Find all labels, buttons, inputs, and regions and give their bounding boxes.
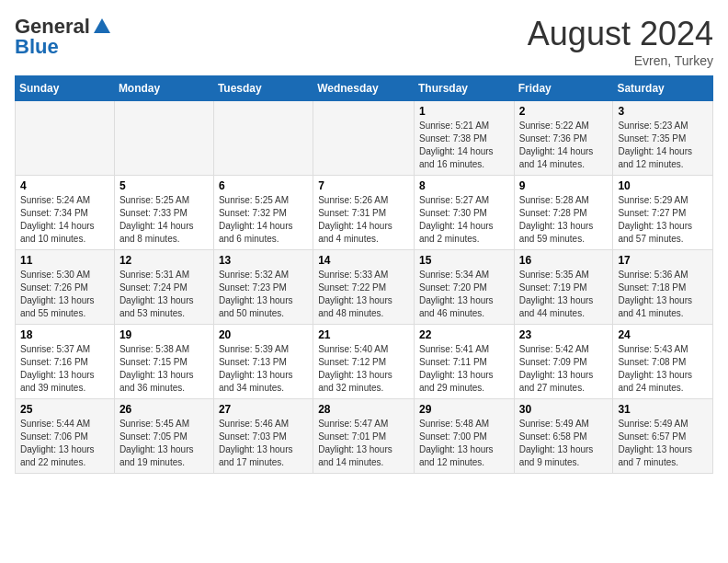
calendar-cell: 20Sunrise: 5:39 AMSunset: 7:13 PMDayligh… [213,325,313,399]
header-thursday: Thursday [414,76,514,101]
day-number: 28 [318,403,409,416]
calendar-cell: 23Sunrise: 5:42 AMSunset: 7:09 PMDayligh… [514,325,613,399]
calendar-cell: 26Sunrise: 5:45 AMSunset: 7:05 PMDayligh… [114,399,213,474]
calendar-cell: 2Sunrise: 5:22 AMSunset: 7:36 PMDaylight… [514,101,613,176]
day-info: Sunrise: 5:41 AMSunset: 7:11 PMDaylight:… [419,343,509,395]
calendar-week-5: 25Sunrise: 5:44 AMSunset: 7:06 PMDayligh… [16,399,713,474]
calendar-cell [114,101,213,176]
day-info: Sunrise: 5:39 AMSunset: 7:13 PMDaylight:… [219,343,308,395]
day-number: 17 [618,254,708,267]
calendar-cell: 5Sunrise: 5:25 AMSunset: 7:33 PMDaylight… [114,176,213,250]
header-sunday: Sunday [16,76,115,101]
day-info: Sunrise: 5:49 AMSunset: 6:57 PMDaylight:… [618,418,708,469]
calendar-cell [16,101,115,176]
calendar-cell: 21Sunrise: 5:40 AMSunset: 7:12 PMDayligh… [313,325,415,399]
day-info: Sunrise: 5:46 AMSunset: 7:03 PMDaylight:… [219,418,308,469]
title-block: August 2024 Evren, Turkey [528,15,713,68]
calendar-cell: 27Sunrise: 5:46 AMSunset: 7:03 PMDayligh… [213,399,313,474]
calendar-cell: 12Sunrise: 5:31 AMSunset: 7:24 PMDayligh… [114,250,213,325]
logo: General Blue [15,15,112,59]
day-info: Sunrise: 5:40 AMSunset: 7:12 PMDaylight:… [318,343,409,395]
day-number: 31 [618,403,708,416]
header-monday: Monday [114,76,213,101]
day-info: Sunrise: 5:44 AMSunset: 7:06 PMDaylight:… [20,418,109,469]
day-number: 14 [318,254,409,267]
day-number: 29 [419,403,509,416]
day-number: 20 [219,328,308,341]
day-info: Sunrise: 5:45 AMSunset: 7:05 PMDaylight:… [119,418,209,469]
day-number: 15 [419,254,509,267]
calendar-cell: 24Sunrise: 5:43 AMSunset: 7:08 PMDayligh… [613,325,713,399]
day-info: Sunrise: 5:29 AMSunset: 7:27 PMDaylight:… [618,194,708,246]
calendar-cell: 22Sunrise: 5:41 AMSunset: 7:11 PMDayligh… [414,325,514,399]
day-info: Sunrise: 5:48 AMSunset: 7:00 PMDaylight:… [419,418,509,469]
day-number: 30 [519,403,609,416]
calendar-cell: 28Sunrise: 5:47 AMSunset: 7:01 PMDayligh… [313,399,415,474]
calendar-week-3: 11Sunrise: 5:30 AMSunset: 7:26 PMDayligh… [16,250,713,325]
header-wednesday: Wednesday [313,76,415,101]
day-info: Sunrise: 5:27 AMSunset: 7:30 PMDaylight:… [419,194,509,246]
day-info: Sunrise: 5:49 AMSunset: 6:58 PMDaylight:… [519,418,609,469]
day-info: Sunrise: 5:43 AMSunset: 7:08 PMDaylight:… [618,343,708,395]
day-info: Sunrise: 5:37 AMSunset: 7:16 PMDaylight:… [20,343,109,395]
day-number: 22 [419,328,509,341]
location: Evren, Turkey [528,53,713,68]
calendar-cell: 29Sunrise: 5:48 AMSunset: 7:00 PMDayligh… [414,399,514,474]
calendar-week-2: 4Sunrise: 5:24 AMSunset: 7:34 PMDaylight… [16,176,713,250]
day-number: 19 [119,328,209,341]
calendar-cell: 25Sunrise: 5:44 AMSunset: 7:06 PMDayligh… [16,399,115,474]
day-info: Sunrise: 5:22 AMSunset: 7:36 PMDaylight:… [519,120,609,171]
calendar-cell: 1Sunrise: 5:21 AMSunset: 7:38 PMDaylight… [414,101,514,176]
day-number: 12 [119,254,209,267]
day-info: Sunrise: 5:36 AMSunset: 7:18 PMDaylight:… [618,269,708,320]
day-number: 23 [519,328,609,341]
day-number: 18 [20,328,109,341]
day-info: Sunrise: 5:21 AMSunset: 7:38 PMDaylight:… [419,120,509,171]
day-number: 8 [419,179,509,192]
day-number: 6 [219,179,308,192]
day-number: 13 [219,254,308,267]
calendar-cell: 4Sunrise: 5:24 AMSunset: 7:34 PMDaylight… [16,176,115,250]
day-number: 10 [618,179,708,192]
day-number: 26 [119,403,209,416]
calendar-cell: 31Sunrise: 5:49 AMSunset: 6:57 PMDayligh… [613,399,713,474]
day-info: Sunrise: 5:31 AMSunset: 7:24 PMDaylight:… [119,269,209,320]
day-info: Sunrise: 5:42 AMSunset: 7:09 PMDaylight:… [519,343,609,395]
calendar-table: Sunday Monday Tuesday Wednesday Thursday… [15,75,713,474]
header-friday: Friday [514,76,613,101]
calendar-cell: 3Sunrise: 5:23 AMSunset: 7:35 PMDaylight… [613,101,713,176]
day-info: Sunrise: 5:30 AMSunset: 7:26 PMDaylight:… [20,269,109,320]
day-info: Sunrise: 5:34 AMSunset: 7:20 PMDaylight:… [419,269,509,320]
calendar-header: Sunday Monday Tuesday Wednesday Thursday… [16,76,713,101]
day-info: Sunrise: 5:33 AMSunset: 7:22 PMDaylight:… [318,269,409,320]
day-number: 7 [318,179,409,192]
calendar-cell [213,101,313,176]
day-info: Sunrise: 5:26 AMSunset: 7:31 PMDaylight:… [318,194,409,246]
calendar-cell: 9Sunrise: 5:28 AMSunset: 7:28 PMDaylight… [514,176,613,250]
calendar-cell: 6Sunrise: 5:25 AMSunset: 7:32 PMDaylight… [213,176,313,250]
month-year: August 2024 [528,15,713,53]
day-info: Sunrise: 5:38 AMSunset: 7:15 PMDaylight:… [119,343,209,395]
day-number: 16 [519,254,609,267]
calendar-cell: 19Sunrise: 5:38 AMSunset: 7:15 PMDayligh… [114,325,213,399]
day-number: 24 [618,328,708,341]
calendar-cell: 16Sunrise: 5:35 AMSunset: 7:19 PMDayligh… [514,250,613,325]
day-number: 11 [20,254,109,267]
page-header: General Blue August 2024 Evren, Turkey [15,15,713,68]
day-info: Sunrise: 5:47 AMSunset: 7:01 PMDaylight:… [318,418,409,469]
svg-marker-0 [94,18,110,33]
day-number: 21 [318,328,409,341]
day-info: Sunrise: 5:28 AMSunset: 7:28 PMDaylight:… [519,194,609,246]
header-saturday: Saturday [613,76,713,101]
day-number: 1 [419,105,509,118]
day-info: Sunrise: 5:32 AMSunset: 7:23 PMDaylight:… [219,269,308,320]
calendar-cell: 8Sunrise: 5:27 AMSunset: 7:30 PMDaylight… [414,176,514,250]
day-number: 3 [618,105,708,118]
calendar-cell: 7Sunrise: 5:26 AMSunset: 7:31 PMDaylight… [313,176,415,250]
calendar-cell: 15Sunrise: 5:34 AMSunset: 7:20 PMDayligh… [414,250,514,325]
calendar-cell: 17Sunrise: 5:36 AMSunset: 7:18 PMDayligh… [613,250,713,325]
logo-icon [92,17,112,37]
calendar-cell [313,101,415,176]
day-number: 2 [519,105,609,118]
calendar-cell: 10Sunrise: 5:29 AMSunset: 7:27 PMDayligh… [613,176,713,250]
